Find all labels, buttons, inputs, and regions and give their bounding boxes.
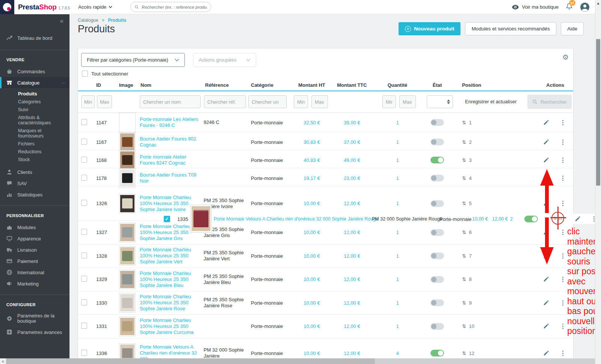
row-checkbox[interactable] xyxy=(81,252,87,258)
filter-qty-min-input[interactable] xyxy=(382,95,396,108)
search-button[interactable]: Rechercher xyxy=(527,95,572,109)
status-toggle[interactable] xyxy=(430,175,444,181)
edit-pencil-icon[interactable] xyxy=(575,216,580,222)
sidebar-item-parametres-avances[interactable]: Parametres avances xyxy=(0,326,69,338)
edit-pencil-icon[interactable] xyxy=(543,139,549,145)
edit-pencil-icon[interactable] xyxy=(543,157,549,163)
sidebar-item-reductions[interactable]: Reductions xyxy=(0,148,69,156)
sidebar-item-commandes[interactable]: Commandes xyxy=(0,66,69,77)
sidebar-item-parametres-de-la-boutique[interactable]: Parametres de la boutique xyxy=(0,311,69,326)
more-actions-icon[interactable] xyxy=(562,302,563,304)
status-toggle[interactable] xyxy=(430,200,444,207)
filter-id-min-input[interactable] xyxy=(81,95,95,108)
status-toggle[interactable] xyxy=(430,299,444,306)
more-actions-icon[interactable] xyxy=(562,122,563,123)
grouped-actions-dropdown[interactable]: Actions groupées xyxy=(193,53,256,67)
product-name-link[interactable]: Porte Monnaie Charlieu 100% Heureux 25 3… xyxy=(140,247,204,265)
sidebar-item-apparence[interactable]: Apparence xyxy=(0,233,69,244)
filter-price-min-input[interactable] xyxy=(294,95,308,108)
row-checkbox[interactable] xyxy=(81,299,87,305)
product-name-link[interactable]: Porte Monnaie Charlieu 100% Heureux 25 3… xyxy=(140,294,204,312)
more-actions-icon[interactable] xyxy=(562,203,563,204)
prestashop-logo[interactable] xyxy=(0,0,14,14)
more-actions-icon[interactable] xyxy=(562,279,563,280)
filter-qty-max-input[interactable] xyxy=(399,95,416,108)
col-header-position[interactable]: Position xyxy=(455,82,494,88)
more-actions-icon[interactable] xyxy=(562,178,563,179)
col-header-name[interactable]: Nom xyxy=(140,82,204,88)
status-toggle[interactable] xyxy=(430,139,444,145)
row-checkbox[interactable] xyxy=(81,157,87,163)
sidebar-item-fichiers[interactable]: Fichiers xyxy=(0,140,69,148)
select-all-checkbox[interactable] xyxy=(82,71,88,77)
sidebar-item-attributs-caracteristiques[interactable]: Attributs & caractéristiques xyxy=(0,113,69,127)
position-drag-handle[interactable]: ⇅ 8 xyxy=(455,276,494,282)
col-header-reference[interactable]: Référence xyxy=(204,82,248,88)
sidebar-item-produits[interactable]: Produits xyxy=(0,90,69,98)
status-toggle[interactable] xyxy=(430,323,444,330)
row-checkbox[interactable] xyxy=(81,139,87,145)
row-checkbox[interactable] xyxy=(81,119,87,125)
position-drag-handle[interactable]: ⇅ 12 xyxy=(455,350,494,356)
sidebar-item-stock[interactable]: Stock xyxy=(0,156,69,163)
edit-pencil-icon[interactable] xyxy=(543,350,549,356)
position-drag-handle[interactable]: ⇅ 5 xyxy=(455,201,494,206)
modules-services-button[interactable]: Modules et services recommandés xyxy=(465,22,556,35)
sidebar-item-international[interactable]: International xyxy=(0,267,69,278)
sidebar-item-livraison[interactable]: Livraison xyxy=(0,244,69,255)
edit-pencil-icon[interactable] xyxy=(543,120,549,125)
status-toggle[interactable] xyxy=(430,252,444,259)
sidebar-item-modules[interactable]: Modules xyxy=(0,222,69,233)
product-name-link[interactable]: Bourse Atelier Foures 902 Cognac xyxy=(140,136,204,148)
scroll-up-arrow[interactable]: ▲ xyxy=(595,0,601,5)
more-actions-icon[interactable] xyxy=(562,142,563,143)
product-name-link[interactable]: Porte Monnaie Charlieu 100% Heureux 25 3… xyxy=(140,270,204,288)
notifications-button[interactable]: 17 xyxy=(566,3,572,11)
sidebar-item-tableau-de-bord[interactable]: Tableau de bord xyxy=(0,32,69,44)
position-drag-handle[interactable]: ⇅ 4 xyxy=(455,175,494,181)
row-checkbox[interactable] xyxy=(81,175,87,181)
sidebar-item-suivi[interactable]: Suivi xyxy=(0,106,69,113)
sidebar-item-marques-et-fournisseurs[interactable]: Marques et fournisseurs xyxy=(0,127,69,140)
status-toggle[interactable] xyxy=(430,157,444,163)
col-header-amount-ht[interactable]: Montant HT xyxy=(294,82,329,88)
row-checkbox-checked[interactable]: ✓ xyxy=(164,216,170,222)
filter-price-max-input[interactable] xyxy=(311,95,328,108)
col-header-quantity[interactable]: Quantité xyxy=(375,82,420,88)
position-drag-handle[interactable]: ⇅ 1 xyxy=(455,120,494,125)
save-and-refresh-link[interactable]: Enregistrer et actualiser xyxy=(465,99,516,104)
vertical-scrollbar[interactable]: ▲ xyxy=(595,0,601,364)
position-drag-handle[interactable]: ⇅ 3 xyxy=(455,157,494,163)
edit-pencil-icon[interactable] xyxy=(543,323,549,329)
horizontal-scrollbar-thumb[interactable] xyxy=(6,358,375,364)
more-actions-icon[interactable] xyxy=(562,326,563,327)
col-header-category[interactable]: Catégorie xyxy=(248,82,294,88)
edit-pencil-icon[interactable] xyxy=(543,300,549,306)
sidebar-item-clients[interactable]: Clients xyxy=(0,166,69,178)
new-product-button[interactable]: + Nouveau produit xyxy=(399,22,461,35)
horizontal-scrollbar[interactable]: < xyxy=(0,358,595,364)
edit-pencil-icon[interactable] xyxy=(543,276,549,282)
col-header-id[interactable]: ID xyxy=(93,82,114,88)
row-checkbox[interactable] xyxy=(81,323,87,329)
product-name-link[interactable]: Porte monnaie Atelier Foures 9247 Cognac xyxy=(140,154,204,166)
dragged-row-1335[interactable]: ✓ 1335 Porte Monnaie Velours A Charlieu … xyxy=(162,214,595,224)
sidebar-collapse-button[interactable]: « xyxy=(0,14,69,25)
more-actions-icon[interactable] xyxy=(593,218,595,219)
product-name-link[interactable]: Porte-monnaie Les Ateliers Fourès - 9246… xyxy=(140,116,204,128)
more-actions-icon[interactable] xyxy=(562,160,563,161)
filter-category-input[interactable] xyxy=(248,95,287,108)
row-checkbox[interactable] xyxy=(81,200,87,206)
status-toggle[interactable] xyxy=(430,276,444,283)
table-settings-gear-icon[interactable]: ⚙ xyxy=(562,54,569,61)
quick-access-dropdown[interactable]: Accès rapide xyxy=(78,4,112,10)
row-checkbox[interactable] xyxy=(81,350,87,356)
filter-state-select[interactable] xyxy=(427,95,453,108)
product-name-link[interactable]: Bourse Atelier Foures T09 Noir xyxy=(140,172,204,184)
vertical-scrollbar-thumb[interactable] xyxy=(596,39,600,186)
row-checkbox[interactable] xyxy=(81,276,87,282)
product-name-link[interactable]: Porte Monnaie Charlieu 100% Heureux 25 3… xyxy=(140,317,204,335)
col-header-amount-ttc[interactable]: Montant TTC xyxy=(329,82,375,88)
scroll-left-arrow[interactable]: < xyxy=(0,358,6,364)
sidebar-item-statistiques[interactable]: Statistiques xyxy=(0,189,69,200)
